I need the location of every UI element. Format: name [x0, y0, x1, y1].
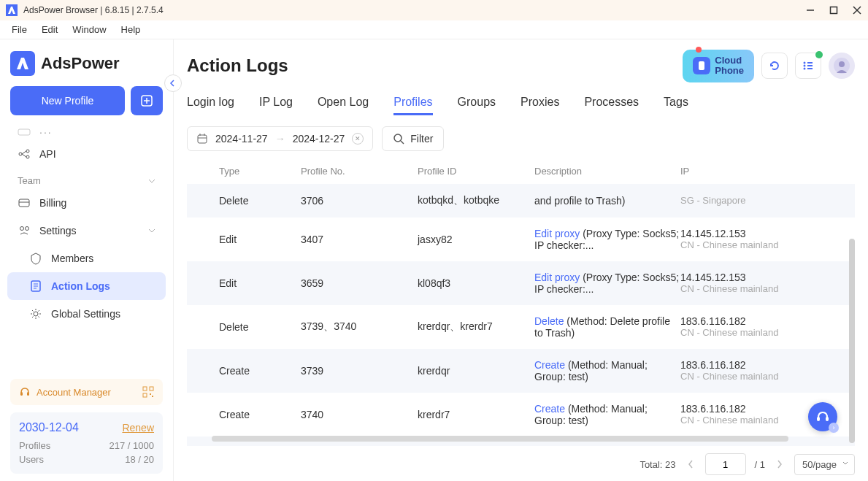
table-row[interactable]: Create3739krerdqrCreate (Method: Manual;…	[187, 349, 855, 393]
app-icon	[6, 4, 18, 16]
menu-edit[interactable]: Edit	[34, 23, 65, 36]
clear-date-button[interactable]: ✕	[352, 133, 364, 145]
cloud-phone-icon	[693, 57, 710, 74]
help-button[interactable]: ›	[808, 402, 837, 431]
svg-rect-22	[20, 392, 23, 396]
description-link[interactable]: Create	[534, 403, 565, 415]
cell-description: Edit proxy (Proxy Type: Socks5; IP check…	[534, 228, 680, 251]
page-size-select[interactable]: 50/page	[794, 454, 855, 475]
account-manager-button[interactable]: Account Manager	[10, 379, 163, 405]
cloud-phone-button[interactable]: Cloud Phone	[683, 50, 754, 82]
svg-point-30	[804, 62, 806, 64]
menubar: File Edit Window Help	[0, 20, 868, 39]
sidebar-item-label: Settings	[39, 225, 77, 236]
sidebar-item-label: API	[39, 148, 56, 160]
sidebar-item-settings[interactable]: Settings	[7, 217, 166, 245]
sidebar-item-api[interactable]: API	[7, 140, 166, 168]
svg-rect-44	[817, 417, 820, 421]
cell-profile-no: 3739、3740	[301, 320, 418, 334]
tab-profiles[interactable]: Profiles	[393, 91, 432, 115]
sidebar-item-label: Global Settings	[51, 308, 120, 320]
tab-groups[interactable]: Groups	[458, 91, 496, 115]
table-body[interactable]: Delete3706kotbqkd、kotbqkeand profile to …	[187, 184, 855, 446]
horizontal-scrollbar[interactable]	[212, 436, 788, 442]
svg-rect-27	[150, 393, 151, 395]
cell-type: Create	[187, 365, 301, 377]
cell-profile-no: 3407	[301, 234, 418, 245]
list-button[interactable]	[795, 53, 821, 79]
sidebar: AdsPower New Profile ··· API Team	[0, 39, 174, 481]
sidebar-item-global-settings[interactable]: Global Settings	[7, 300, 166, 328]
new-profile-plus-button[interactable]	[131, 86, 163, 115]
next-page-button[interactable]	[774, 460, 786, 469]
arrow-right-icon: →	[275, 133, 285, 145]
date-from: 2024-11-27	[215, 133, 268, 145]
svg-rect-23	[27, 392, 29, 396]
svg-point-42	[394, 134, 402, 142]
page-input[interactable]	[705, 453, 746, 475]
tab-login-log[interactable]: Login log	[187, 91, 234, 115]
cell-type: Delete	[187, 195, 301, 207]
renew-link[interactable]: Renew	[122, 422, 154, 434]
tab-ip-log[interactable]: IP Log	[259, 91, 293, 115]
users-label: Users	[19, 454, 44, 465]
headset-icon	[19, 386, 31, 398]
sidebar-item-truncated[interactable]: ···	[7, 124, 166, 140]
expiry-date: 2030-12-04	[19, 421, 79, 434]
tab-proxies[interactable]: Proxies	[521, 91, 559, 115]
sidebar-footer: 2030-12-04 Renew Profiles 217 / 1000 Use…	[10, 412, 163, 474]
sidebar-collapse-button[interactable]	[164, 74, 182, 92]
description-link[interactable]: Create	[534, 359, 565, 371]
sidebar-item-action-logs[interactable]: Action Logs	[7, 272, 166, 300]
avatar-button[interactable]	[829, 53, 855, 79]
maximize-button[interactable]	[829, 5, 839, 15]
filter-button[interactable]: Filter	[382, 126, 444, 151]
calendar-icon	[196, 133, 208, 145]
vertical-scrollbar[interactable]	[849, 239, 855, 443]
new-profile-button[interactable]: New Profile	[10, 86, 125, 115]
table-row[interactable]: Delete3739、3740krerdqr、krerdr7Delete (Me…	[187, 305, 855, 349]
status-dot	[815, 51, 823, 58]
cell-profile-id: krerdqr	[418, 365, 534, 377]
content: Action Logs Cloud Phone	[174, 39, 868, 481]
page-title: Action Logs	[187, 55, 288, 76]
svg-rect-24	[143, 387, 147, 390]
cell-profile-id: kotbqkd、kotbqke	[418, 194, 534, 207]
sidebar-section-team[interactable]: Team	[7, 168, 166, 189]
close-button[interactable]	[852, 5, 862, 15]
sidebar-item-members[interactable]: Members	[7, 245, 166, 272]
description-link[interactable]: Delete	[534, 315, 564, 327]
table-row[interactable]: Create3740krerdr7Create (Method: Manual;…	[187, 393, 855, 436]
description-link[interactable]: Edit proxy	[534, 228, 580, 239]
svg-point-15	[20, 227, 24, 231]
table-row[interactable]: Edit3659kl08qf3Edit proxy (Proxy Type: S…	[187, 261, 855, 305]
tab-open-log[interactable]: Open Log	[318, 91, 369, 115]
description-link[interactable]: Edit proxy	[534, 272, 580, 283]
date-range-picker[interactable]: 2024-11-27 → 2024-12-27 ✕	[187, 126, 373, 151]
refresh-button[interactable]	[761, 53, 788, 79]
menu-window[interactable]: Window	[65, 23, 113, 36]
tab-tags[interactable]: Tags	[664, 91, 688, 115]
gear-icon	[29, 307, 42, 320]
cell-description: Create (Method: Manual; Group: test)	[534, 403, 680, 426]
menu-help[interactable]: Help	[114, 23, 148, 36]
svg-rect-1	[831, 7, 837, 14]
table-row[interactable]: Edit3407jasxy82Edit proxy (Proxy Type: S…	[187, 218, 855, 261]
minimize-button[interactable]	[805, 5, 815, 15]
svg-point-21	[34, 312, 38, 316]
chevron-down-icon	[148, 179, 155, 183]
billing-icon	[18, 196, 31, 209]
total-label: Total: 23	[640, 459, 675, 470]
cell-profile-id: krerdqr、krerdr7	[418, 320, 534, 334]
tab-processes[interactable]: Processes	[584, 91, 639, 115]
api-icon	[18, 147, 31, 161]
prev-page-button[interactable]	[685, 460, 696, 469]
cell-profile-id: jasxy82	[418, 234, 534, 245]
sidebar-item-billing[interactable]: Billing	[7, 189, 166, 217]
svg-point-10	[26, 155, 29, 158]
menu-file[interactable]: File	[4, 23, 34, 36]
cell-profile-id: kl08qf3	[418, 277, 534, 289]
table-row[interactable]: Delete3706kotbqkd、kotbqkeand profile to …	[187, 184, 855, 218]
col-header-profile-id: Profile ID	[418, 166, 534, 177]
logo-icon	[10, 51, 35, 76]
